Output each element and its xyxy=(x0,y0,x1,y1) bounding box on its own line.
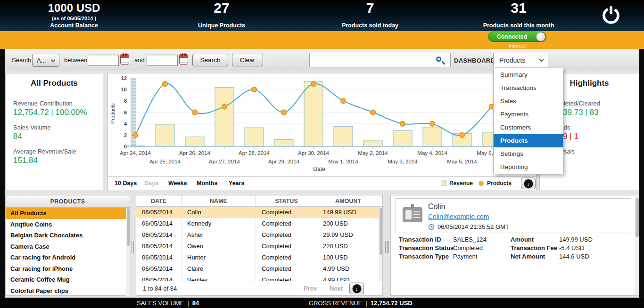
table-export-button[interactable]: ↓ xyxy=(349,283,364,294)
product-item[interactable]: Belgian Dark Chocolates xyxy=(6,230,130,241)
customer-email-link[interactable]: Colin@example.com xyxy=(428,213,489,220)
detail-scrollbar-thumb[interactable] xyxy=(636,198,639,237)
menu-item-transactions[interactable]: Transactions xyxy=(494,81,563,95)
field-value: Completed xyxy=(453,244,483,251)
svg-text:Products: Products xyxy=(110,103,116,124)
date-to-input[interactable] xyxy=(147,55,178,66)
svg-text:May 1, 2014: May 1, 2014 xyxy=(328,159,358,164)
field-value: -5.4 USD xyxy=(559,244,584,251)
tab-weeks[interactable]: Weeks xyxy=(168,180,187,186)
svg-text:6: 6 xyxy=(124,110,127,115)
legend-revenue[interactable]: Revenue xyxy=(449,180,473,186)
connected-toggle[interactable]: Connected xyxy=(488,32,546,42)
toggle-knob[interactable] xyxy=(536,32,545,41)
metric-value: 84 xyxy=(13,132,103,141)
product-item[interactable]: Colorful Paper clips xyxy=(6,285,130,297)
tab-years[interactable]: Years xyxy=(229,180,244,186)
menu-item-products[interactable]: Products xyxy=(494,134,563,147)
field-value: 149.99 USD xyxy=(559,236,593,243)
product-item[interactable]: Anqtiue Coins xyxy=(6,219,130,230)
calendar-icon[interactable] xyxy=(120,54,129,65)
gross-revenue-status: GROSS REVENUE|12,754.72 USD xyxy=(309,300,413,307)
chart-export-button[interactable]: ↓ xyxy=(521,178,536,189)
legend-products[interactable]: Products xyxy=(487,180,512,186)
cell-amount: 149.99 USD xyxy=(317,207,379,218)
revenue-products-chart: 024681012Apr 24, 2014Apr 25, 2014Apr 26,… xyxy=(108,73,536,177)
stat-label: Account Balance xyxy=(50,22,98,29)
svg-text:May 5, 2014: May 5, 2014 xyxy=(447,159,477,164)
power-button[interactable] xyxy=(600,4,622,26)
table-row[interactable]: 06/05/2014KennedyCompleted200 USD xyxy=(136,218,382,229)
field-label: Transaction ID xyxy=(399,236,441,243)
cell-date: 06/05/2014 xyxy=(136,218,182,229)
tab-months[interactable]: Months xyxy=(197,180,217,186)
product-item[interactable]: Car racing for Android xyxy=(6,252,130,263)
search-button[interactable]: Search xyxy=(192,54,228,66)
column-header-status[interactable]: STATUS xyxy=(256,195,317,207)
clear-button[interactable]: Clear xyxy=(232,54,263,66)
calendar-icon[interactable] xyxy=(179,54,188,65)
table-row[interactable]: 06/05/2014ColinCompleted149.99 USD xyxy=(136,207,382,218)
sales-volume-status: SALES VOLUME|84 xyxy=(137,300,199,307)
search-icon[interactable] xyxy=(436,57,441,62)
svg-text:Date: Date xyxy=(313,166,325,172)
chevron-down-icon xyxy=(539,57,544,62)
menu-item-settings[interactable]: Settings xyxy=(494,147,563,161)
tab-10-days[interactable]: 10 Days xyxy=(115,180,137,186)
stat-value: 7 xyxy=(366,1,374,15)
table-scrollbar-thumb[interactable] xyxy=(380,208,382,255)
products-scrollbar-thumb[interactable] xyxy=(127,208,130,246)
dashboard-nav-select[interactable]: Products xyxy=(493,53,548,67)
products-list-header: PRODUCTS xyxy=(6,195,130,208)
panel-resize-grip[interactable] xyxy=(132,241,135,253)
right-edge xyxy=(639,49,644,298)
column-header-amount[interactable]: AMOUNT xyxy=(317,195,379,207)
product-item[interactable]: Ceramic Coffee Mug xyxy=(6,274,130,285)
cell-name: Claire xyxy=(182,263,256,275)
stat-value: 31 xyxy=(511,1,526,15)
table-row[interactable]: 06/05/2014OwenCompleted220 USD xyxy=(136,241,382,252)
menu-item-customers[interactable]: Customers xyxy=(494,121,563,134)
tab-days[interactable]: Days xyxy=(144,180,158,186)
menu-item-payments[interactable]: Payments xyxy=(494,108,563,121)
product-item[interactable]: Car racing for iPhone xyxy=(6,263,130,275)
table-scrollbar[interactable] xyxy=(379,207,382,282)
menu-item-sales[interactable]: Sales xyxy=(494,95,563,108)
menu-item-reporting[interactable]: Reporting xyxy=(494,161,563,174)
cell-name: Colin xyxy=(182,207,256,218)
metric-label: Revenue Contribution xyxy=(13,100,103,107)
dashboard-nav-menu: SummaryTransactionsSalesPaymentsCustomer… xyxy=(493,68,563,174)
products-list: All ProductsAnqtiue CoinsBelgian Dark Ch… xyxy=(6,208,130,296)
prev-button[interactable]: Prev xyxy=(304,285,317,292)
detail-scrollbar[interactable] xyxy=(635,196,639,295)
search-filter-select[interactable]: A... xyxy=(32,54,59,67)
connectivity-band: Connected Internet xyxy=(0,31,644,49)
date-from-input[interactable] xyxy=(88,55,119,66)
table-row[interactable]: 06/05/2014HunterCompleted100 USD xyxy=(136,252,382,263)
products-scrollbar[interactable] xyxy=(126,208,130,296)
panel-resize-grip[interactable] xyxy=(385,241,389,253)
next-button[interactable]: Next xyxy=(330,285,343,292)
product-item[interactable]: Camera Case xyxy=(6,241,130,252)
menu-item-summary[interactable]: Summary xyxy=(494,68,563,81)
table-row[interactable]: 06/05/2014ClaireCompleted4.99 USD xyxy=(136,263,382,275)
metric-label: Average Revenue/Sale xyxy=(13,148,103,155)
table-row[interactable]: 06/05/2014AsherCompleted29.99 USD xyxy=(136,229,382,241)
connected-toggle-label: Connected xyxy=(488,33,536,40)
column-header-name[interactable]: NAME xyxy=(182,195,256,207)
transactions-table-panel: DATENAMESTATUSAMOUNT 06/05/2014ColinComp… xyxy=(136,195,383,296)
customer-name: Colin xyxy=(428,203,445,211)
cell-date: 06/05/2014 xyxy=(136,207,182,218)
cell-name: Owen xyxy=(182,241,256,252)
stat-value: 27 xyxy=(214,1,229,15)
clock-icon xyxy=(428,224,435,230)
cell-status: Completed xyxy=(256,252,317,263)
cell-date: 06/05/2014 xyxy=(136,263,182,275)
cell-status: Completed xyxy=(256,241,317,252)
detail-field: Net Amount144.6 USD xyxy=(511,253,628,261)
product-item[interactable]: All Products xyxy=(6,208,130,219)
global-search-input[interactable] xyxy=(309,53,451,67)
column-header-date[interactable]: DATE xyxy=(136,195,182,207)
legend-products-swatch xyxy=(479,181,484,186)
stat-products-sold-month: 31 Products sold this month xyxy=(511,0,526,31)
